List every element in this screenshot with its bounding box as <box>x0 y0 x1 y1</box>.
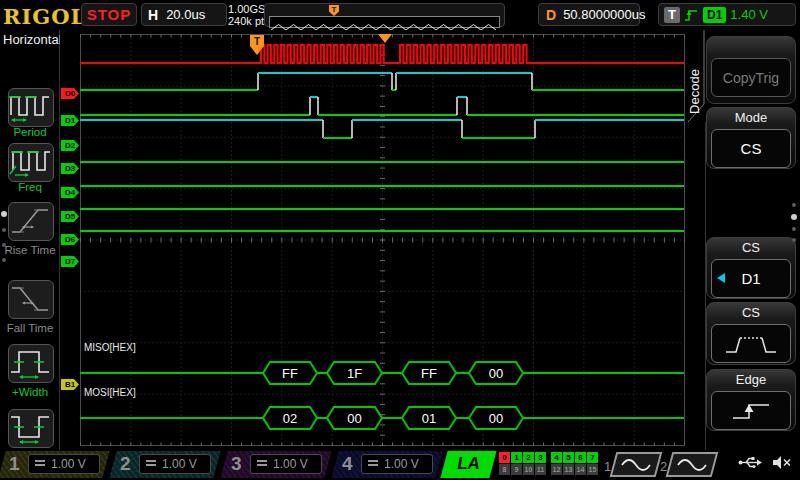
decode-frame-value: 1F <box>347 366 362 381</box>
coupling-icon <box>35 460 45 469</box>
digital-indicator-3: 3 <box>535 452 546 463</box>
fall-time-button[interactable] <box>8 280 54 319</box>
digital-indicator-12: 12 <box>551 464 562 475</box>
logic-analyzer-status[interactable]: LA <box>444 451 493 478</box>
edge-button[interactable] <box>711 391 791 430</box>
trigger-readout-box[interactable]: T D1 1.40 V <box>658 3 796 26</box>
rise-time-button[interactable] <box>8 202 54 241</box>
neg-width-button[interactable] <box>8 409 54 448</box>
copytrig-button[interactable]: CopyTrig <box>711 58 791 97</box>
mode-title: Mode <box>707 108 795 128</box>
waveform-display-area: FF1FFF0002000100T D0D1D2D3D4D5D6D7 B1 MI… <box>60 30 686 450</box>
digital-channel-grid: 01234567 89101112131415 <box>499 452 599 476</box>
channel4-status[interactable]: 4 1.00 V <box>335 451 439 478</box>
cs-polarity-group: CS <box>706 302 796 365</box>
neg-width-icon <box>9 410 51 445</box>
decode-frame-value: FF <box>421 366 437 381</box>
decode-frame-value: 00 <box>489 366 503 381</box>
trigger-edge-icon <box>684 7 699 23</box>
period-icon <box>9 89 51 124</box>
left-menu-page-dots <box>2 200 7 273</box>
source1-status[interactable] <box>613 452 659 477</box>
digital-indicator-13: 13 <box>563 464 574 475</box>
waveform-memory-preview[interactable]: T <box>264 3 505 27</box>
preview-trigger-flag-icon[interactable]: T <box>329 5 339 16</box>
positive-pulse-icon <box>722 332 780 356</box>
source2-status[interactable] <box>669 452 715 477</box>
digital-indicator-2: 2 <box>523 452 534 463</box>
trigger-level-value: 1.40 V <box>730 7 768 22</box>
sine-wave-icon <box>677 457 707 472</box>
trigger-label: T <box>664 7 680 23</box>
decode-frame-value: 02 <box>283 411 297 426</box>
channel1-status[interactable]: 1 1.00 V <box>2 451 106 478</box>
delay-label: D <box>546 7 556 23</box>
digital-indicator-15: 15 <box>587 464 598 475</box>
pos-width-label: +Width <box>0 386 60 398</box>
horizontal-measure-menu: Horizontal Period <box>0 30 60 450</box>
channel2-number: 2 <box>120 453 131 475</box>
usb-icon <box>738 455 762 470</box>
horizontal-timebase-box[interactable]: H 20.0us <box>141 3 227 26</box>
period-button[interactable] <box>8 88 54 127</box>
miso-bus: FF1FFF00 <box>80 362 684 384</box>
freq-button[interactable] <box>8 143 54 182</box>
coupling-icon <box>257 460 267 469</box>
freq-icon <box>9 144 51 179</box>
channel3-number: 3 <box>231 453 242 475</box>
mosi-bus-label: MOSI[HEX] <box>84 387 136 398</box>
digital-indicator-0: 0 <box>499 452 510 463</box>
cs-source-title: CS <box>707 238 795 258</box>
sine-wave-icon <box>621 457 651 472</box>
coupling-icon <box>368 460 378 469</box>
mode-value-button[interactable]: CS <box>711 129 791 168</box>
cs-source-button[interactable]: D1 <box>711 259 791 298</box>
decode-frame-value: 01 <box>422 411 436 426</box>
run-state-label: STOP <box>87 6 132 23</box>
period-label: Period <box>0 126 60 138</box>
channel2-status[interactable]: 2 1.00 V <box>113 451 217 478</box>
pos-width-icon <box>9 345 51 380</box>
freq-label: Freq <box>0 181 60 193</box>
rigol-logo: RIGOL <box>3 4 86 29</box>
rising-edge-icon <box>729 399 773 423</box>
channel1-number: 1 <box>9 453 20 475</box>
d0-clock-waveform <box>80 45 684 63</box>
channel4-scale: 1.00 V <box>384 457 419 471</box>
digital-indicator-7: 7 <box>587 452 598 463</box>
oscilloscope-screen: RIGOL STOP H 20.0us 1.00GSa/s 240k pts T… <box>0 0 800 480</box>
channel3-scale: 1.00 V <box>273 457 308 471</box>
cs-polarity-title: CS <box>707 303 795 323</box>
tab-decode[interactable]: Decode <box>685 52 703 128</box>
decode-menu-panel: Decode CopyTrig Mode CS CS D1 CS <box>686 30 800 450</box>
speaker-muted-icon <box>772 455 792 470</box>
trigger-position-marker-icon[interactable] <box>378 34 392 43</box>
bottom-status-bar: 1 1.00 V 2 1.00 V 3 1.00 V 4 1.00 V LA <box>0 450 800 480</box>
waveform-canvas: FF1FFF0002000100T <box>60 30 686 450</box>
copytrig-title <box>707 37 795 57</box>
svg-text:T: T <box>254 36 260 47</box>
trigger-source-badge: D1 <box>703 7 726 23</box>
mosi-bus: 02000100 <box>80 407 684 429</box>
left-menu-title: Horizontal <box>3 32 62 47</box>
graticule <box>81 35 685 446</box>
pos-width-button[interactable] <box>8 344 54 383</box>
rise-time-label: Rise Time <box>0 244 60 256</box>
digital-indicator-1: 1 <box>511 452 522 463</box>
digital-indicator-11: 11 <box>535 464 546 475</box>
coupling-icon <box>146 460 156 469</box>
mode-group: Mode CS <box>706 107 796 169</box>
cs-polarity-button[interactable] <box>711 324 791 363</box>
fall-time-icon <box>9 281 51 316</box>
channel3-status[interactable]: 3 1.00 V <box>224 451 328 478</box>
delay-readout-box[interactable]: D 50.8000000us <box>538 3 640 26</box>
fall-time-label: Fall Time <box>0 322 60 334</box>
decode-frame-value: FF <box>282 366 298 381</box>
digital-indicator-8: 8 <box>499 464 510 475</box>
right-menu-page-dots <box>792 196 797 249</box>
system-icons <box>738 455 792 470</box>
run-state-indicator[interactable]: STOP <box>81 3 137 26</box>
digital-indicator-5: 5 <box>563 452 574 463</box>
h-label: H <box>148 7 158 23</box>
digital-indicator-9: 9 <box>511 464 522 475</box>
